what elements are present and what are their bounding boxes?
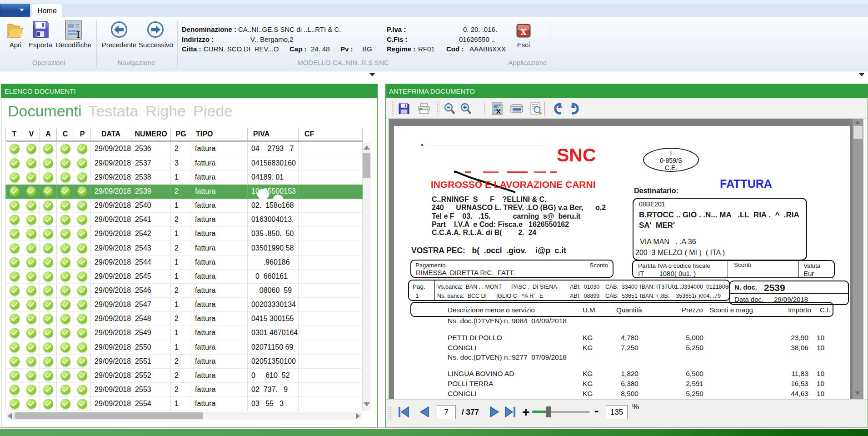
svg-text:x: x — [520, 24, 527, 38]
